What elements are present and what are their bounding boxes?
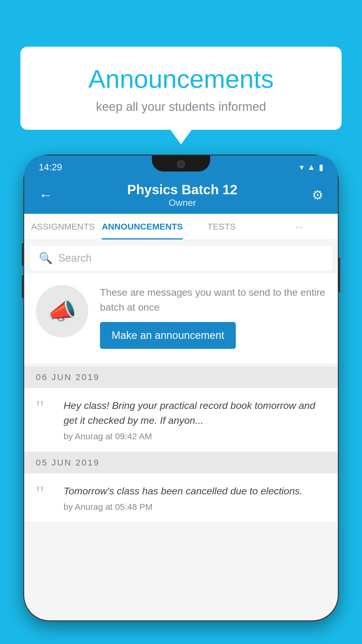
app-bar-title: Physics Batch 12 bbox=[53, 182, 312, 197]
front-camera bbox=[177, 160, 185, 168]
announcement-icon-container: 📣 bbox=[36, 285, 88, 337]
back-button[interactable]: ← bbox=[39, 187, 53, 203]
announcement-item-1[interactable]: " Hey class! Bring your practical record… bbox=[24, 388, 338, 452]
announcement-author-2: by Anurag at 05:48 PM bbox=[64, 502, 326, 512]
battery-icon: ▮ bbox=[319, 162, 323, 172]
announcement-message-2: Tomorrow's class has been cancelled due … bbox=[64, 484, 326, 498]
announcement-prompt-right: These are messages you want to send to t… bbox=[100, 285, 326, 349]
tab-announcements[interactable]: ANNOUNCEMENTS bbox=[102, 214, 183, 239]
phone-notch bbox=[152, 155, 210, 172]
power-button bbox=[338, 258, 340, 293]
settings-button[interactable]: ⚙ bbox=[312, 188, 323, 202]
status-time: 14:29 bbox=[39, 162, 62, 173]
phone-mockup: 14:29 ▾ ▲ ▮ ← Physics Batch 12 Owner ⚙ A… bbox=[23, 155, 339, 644]
volume-up-button bbox=[22, 243, 24, 266]
date-separator-1: 06 JUN 2019 bbox=[24, 366, 338, 388]
tab-tests[interactable]: TESTS bbox=[183, 214, 260, 239]
speech-bubble-subtitle: keep all your students informed bbox=[44, 100, 318, 114]
announcement-message-1: Hey class! Bring your practical record b… bbox=[64, 398, 326, 428]
search-placeholder: Search bbox=[58, 252, 92, 264]
speech-bubble-card: Announcements keep all your students inf… bbox=[20, 47, 342, 130]
speech-bubble-section: Announcements keep all your students inf… bbox=[20, 47, 342, 130]
megaphone-icon: 📣 bbox=[48, 298, 77, 325]
tab-more[interactable]: ··· bbox=[260, 214, 338, 239]
tab-assignments[interactable]: ASSIGNMENTS bbox=[24, 214, 102, 239]
app-bar-title-section: Physics Batch 12 Owner bbox=[53, 182, 312, 208]
quote-icon-1: " bbox=[36, 400, 53, 416]
announcement-item-2[interactable]: " Tomorrow's class has been cancelled du… bbox=[24, 473, 338, 522]
signal-icon: ▲ bbox=[307, 162, 315, 172]
make-announcement-button[interactable]: Make an announcement bbox=[100, 322, 236, 349]
announcement-description: These are messages you want to send to t… bbox=[100, 285, 326, 315]
quote-icon-2: " bbox=[36, 485, 53, 501]
app-bar-subtitle: Owner bbox=[53, 197, 312, 208]
announcement-text-2: Tomorrow's class has been cancelled due … bbox=[64, 484, 326, 512]
content-area: 🔍 Search 📣 These are messages you want t… bbox=[24, 240, 338, 620]
announcement-prompt-card: 📣 These are messages you want to send to… bbox=[24, 273, 338, 363]
wifi-icon: ▾ bbox=[300, 162, 304, 172]
announcement-author-1: by Anurag at 09:42 AM bbox=[64, 431, 326, 441]
search-bar[interactable]: 🔍 Search bbox=[30, 246, 332, 270]
status-icons: ▾ ▲ ▮ bbox=[300, 162, 323, 172]
volume-down-button bbox=[22, 275, 24, 298]
search-icon: 🔍 bbox=[39, 252, 52, 265]
date-separator-2: 05 JUN 2019 bbox=[24, 452, 338, 473]
announcement-text-1: Hey class! Bring your practical record b… bbox=[64, 398, 326, 441]
speech-bubble-title: Announcements bbox=[44, 64, 318, 94]
tab-bar: ASSIGNMENTS ANNOUNCEMENTS TESTS ··· bbox=[24, 214, 338, 240]
phone-frame: 14:29 ▾ ▲ ▮ ← Physics Batch 12 Owner ⚙ A… bbox=[23, 155, 339, 621]
app-bar: ← Physics Batch 12 Owner ⚙ bbox=[24, 176, 338, 214]
